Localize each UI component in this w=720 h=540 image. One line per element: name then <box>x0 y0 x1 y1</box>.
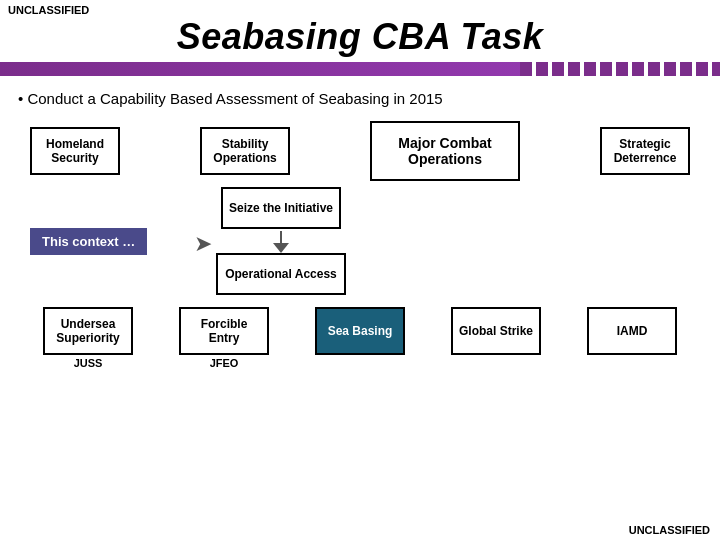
arrow-right: ➤ <box>194 231 212 257</box>
bullet-text: • Conduct a Capability Based Assessment … <box>0 80 720 117</box>
bottom-row: Undersea Superiority JUSS Forcible Entry… <box>10 307 710 369</box>
vert-line-1 <box>280 231 282 243</box>
global-strike-box: Global Strike <box>451 307 541 355</box>
sea-basing-item: Sea Basing <box>310 307 410 355</box>
seize-initiative-box: Seize the Initiative <box>221 187 341 229</box>
major-combat-box: Major Combat Operations <box>370 121 520 181</box>
undersea-item: Undersea Superiority JUSS <box>38 307 138 369</box>
stability-operations-box: Stability Operations <box>200 127 290 175</box>
global-strike-item: Global Strike <box>446 307 546 355</box>
seize-op-column: Seize the Initiative Operational Access <box>216 187 346 295</box>
top-row: Homeland Security Stability Operations M… <box>10 121 710 181</box>
undersea-box: Undersea Superiority <box>43 307 133 355</box>
forcible-sub-label: JFEO <box>210 357 239 369</box>
middle-section: This context … ➤ Seize the Initiative Op… <box>10 187 710 295</box>
left-context-area: This context … <box>30 228 190 255</box>
operational-access-box: Operational Access <box>216 253 346 295</box>
iamd-box: IAMD <box>587 307 677 355</box>
sea-basing-box: Sea Basing <box>315 307 405 355</box>
context-box: This context … <box>30 228 147 255</box>
homeland-security-box: Homeland Security <box>30 127 120 175</box>
forcible-item: Forcible Entry JFEO <box>174 307 274 369</box>
classification-bottom: UNCLASSIFIED <box>629 524 710 536</box>
strategic-deterrence-box: Strategic Deterrence <box>600 127 690 175</box>
page-title: Seabasing CBA Task <box>0 16 720 58</box>
decorative-bar <box>0 62 720 76</box>
undersea-sub-label: JUSS <box>74 357 103 369</box>
iamd-item: IAMD <box>582 307 682 355</box>
forcible-box: Forcible Entry <box>179 307 269 355</box>
arrow-down-1 <box>273 243 289 253</box>
